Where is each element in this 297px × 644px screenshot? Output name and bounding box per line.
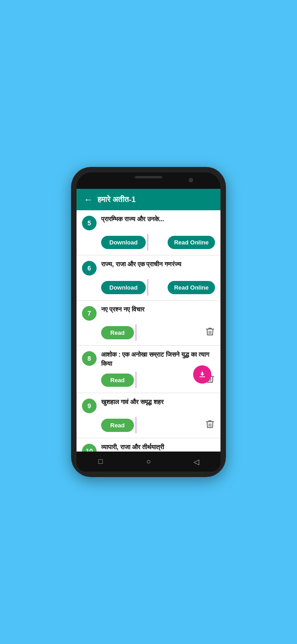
chapter-title: राज्य, राजा और एक प्राचीन गणरंज्य <box>101 260 181 269</box>
read-button[interactable]: Read <box>101 419 134 432</box>
chapter-actions: DownloadRead Online <box>82 279 215 296</box>
chapter-title: खुशहाल गावं और समृद्ध शहर <box>101 398 164 407</box>
nav-square-button[interactable]: □ <box>96 457 106 467</box>
back-button[interactable]: ← <box>84 194 93 205</box>
app-header: ← हमारे अतीत-1 <box>77 189 220 210</box>
nav-triangle-button[interactable]: ◁ <box>191 457 201 467</box>
page-title: हमारे अतीत-1 <box>97 195 136 204</box>
nav-circle-button[interactable]: ○ <box>143 457 154 467</box>
chapter-item: 6राज्य, राजा और एक प्राचीन गणरंज्यDownlo… <box>77 255 220 301</box>
divider <box>136 417 136 433</box>
chapter-title: नए प्रश्न नए विचार <box>101 305 144 314</box>
chapter-number: 9 <box>82 399 97 413</box>
read-online-button[interactable]: Read Online <box>168 281 215 294</box>
fab-download-button[interactable] <box>193 365 211 384</box>
chapter-number: 6 <box>82 261 97 275</box>
delete-icon[interactable] <box>205 419 215 431</box>
chapter-number: 10 <box>82 444 97 452</box>
chapter-title: प्रारम्भिक राज्य और उनके... <box>101 215 164 224</box>
chapter-actions: Read <box>82 417 215 433</box>
chapter-title: आशोक : एक अनोखा सम्राट जिसने युद्ध का त्… <box>101 350 215 368</box>
delete-icon[interactable] <box>205 327 215 339</box>
download-button[interactable]: Download <box>101 236 146 249</box>
chapter-actions: Read <box>82 324 215 341</box>
chapter-actions: DownloadRead Online <box>82 234 215 250</box>
bottom-navigation: □ ○ ◁ <box>77 452 220 472</box>
chapter-item: 5प्रारम्भिक राज्य और उनके...DownloadRead… <box>77 210 220 255</box>
divider <box>136 324 136 341</box>
chapter-number: 8 <box>82 351 97 366</box>
read-button[interactable]: Read <box>101 326 134 339</box>
chapter-item: 10व्यापारी, राजा और तीर्थयात्रीRead <box>77 438 220 452</box>
read-online-button[interactable]: Read Online <box>168 236 215 249</box>
read-button[interactable]: Read <box>101 374 134 387</box>
chapter-item: 7नए प्रश्न नए विचारRead <box>77 301 220 346</box>
divider <box>148 234 148 250</box>
download-button[interactable]: Download <box>101 281 146 294</box>
chapter-number: 5 <box>82 216 97 230</box>
divider <box>136 372 136 388</box>
chapter-item: 9खुशहाल गावं और समृद्ध शहरRead <box>77 393 220 438</box>
divider <box>148 279 148 296</box>
chapter-item: 8आशोक : एक अनोखा सम्राट जिसने युद्ध का त… <box>77 346 220 393</box>
chapter-list: 5प्रारम्भिक राज्य और उनके...DownloadRead… <box>77 210 220 452</box>
chapter-title: व्यापारी, राजा और तीर्थयात्री <box>101 443 164 452</box>
chapter-number: 7 <box>82 306 97 321</box>
